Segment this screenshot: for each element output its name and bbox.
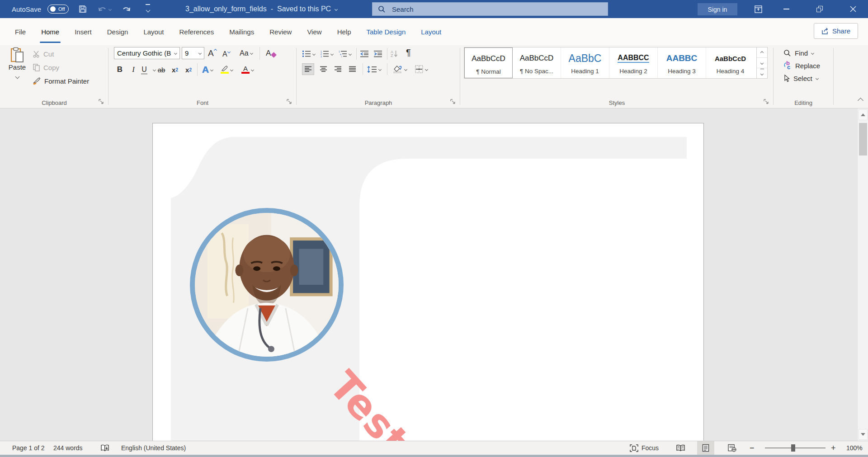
align-right-button[interactable]: [332, 63, 344, 75]
style-normal[interactable]: AaBbCcD ¶ Normal: [464, 47, 513, 78]
page-indicator[interactable]: Page 1 of 2: [12, 441, 45, 455]
grow-font-button[interactable]: A: [208, 47, 217, 59]
bullet-list-dropdown[interactable]: [313, 48, 315, 60]
vertical-scrollbar[interactable]: [857, 108, 868, 441]
paste-button[interactable]: Paste: [5, 47, 29, 97]
minimize-button[interactable]: [776, 0, 797, 18]
tab-review[interactable]: Review: [262, 18, 299, 45]
text-effects-button[interactable]: A: [202, 63, 213, 76]
format-painter-button[interactable]: Format Painter: [33, 75, 89, 87]
cut-button[interactable]: Cut: [33, 48, 54, 60]
styles-dialog-launcher[interactable]: [764, 99, 770, 106]
tab-design[interactable]: Design: [99, 18, 136, 45]
search-input[interactable]: [392, 5, 582, 13]
style-heading-2[interactable]: AABBCC Heading 2: [609, 47, 658, 78]
profile-photo[interactable]: [190, 208, 344, 362]
tab-layout[interactable]: Layout: [136, 18, 171, 45]
bullet-list-button[interactable]: [302, 48, 311, 60]
sign-in-button[interactable]: Sign in: [698, 3, 737, 15]
tab-home[interactable]: Home: [33, 18, 67, 45]
zoom-slider-thumb[interactable]: [791, 444, 795, 452]
bold-button[interactable]: B: [114, 63, 126, 76]
document-page[interactable]: Test: [152, 123, 704, 441]
tab-references[interactable]: References: [171, 18, 222, 45]
align-left-button[interactable]: [302, 63, 314, 75]
select-button[interactable]: Select: [783, 72, 818, 84]
multilevel-list-button[interactable]: 1 a i: [338, 48, 347, 60]
tab-mailings[interactable]: Mailings: [222, 18, 262, 45]
read-mode-button[interactable]: [672, 441, 689, 455]
tab-insert[interactable]: Insert: [67, 18, 99, 45]
tab-table-design[interactable]: Table Design: [359, 18, 414, 45]
line-spacing-button[interactable]: [367, 63, 381, 75]
find-button[interactable]: Find: [783, 47, 814, 59]
shrink-font-button[interactable]: A: [222, 48, 230, 60]
paragraph-dialog-launcher[interactable]: [450, 99, 457, 106]
sort-button[interactable]: AZ: [391, 48, 398, 60]
redo-button[interactable]: [118, 2, 134, 16]
zoom-out-button[interactable]: −: [750, 441, 755, 455]
decrease-indent-button[interactable]: [360, 48, 369, 60]
shrink-font-caret-icon: [227, 50, 231, 53]
styles-more-button[interactable]: [757, 68, 767, 78]
proofing-status-button[interactable]: [100, 441, 110, 455]
scrollbar-thumb[interactable]: [859, 123, 867, 155]
replace-button[interactable]: b c Replace: [783, 60, 820, 71]
borders-button[interactable]: [415, 63, 428, 75]
tab-table-layout[interactable]: Layout: [413, 18, 449, 45]
language-indicator[interactable]: English (United States): [121, 441, 186, 455]
search-bar[interactable]: [372, 2, 608, 16]
word-count[interactable]: 244 words: [53, 441, 83, 455]
close-button[interactable]: [843, 0, 863, 18]
copy-button[interactable]: Copy: [33, 61, 59, 73]
document-title[interactable]: 3_allow_only_form_fields - Saved to this…: [185, 0, 337, 18]
numbered-list-button[interactable]: 1 2 3: [320, 48, 329, 60]
align-center-button[interactable]: [317, 63, 330, 75]
customize-quick-access-button[interactable]: [140, 2, 156, 16]
multilevel-list-dropdown[interactable]: [349, 48, 351, 60]
save-button[interactable]: [75, 2, 90, 16]
increase-indent-button[interactable]: [373, 48, 382, 60]
scroll-up-icon: [861, 113, 865, 116]
superscript-button[interactable]: x2: [183, 63, 194, 76]
clipboard-dialog-launcher[interactable]: [99, 99, 105, 106]
clear-formatting-button[interactable]: A: [266, 47, 276, 59]
tab-help[interactable]: Help: [330, 18, 359, 45]
change-case-button[interactable]: Aa: [240, 47, 253, 59]
numbered-list-dropdown[interactable]: [331, 48, 333, 60]
font-dialog-launcher[interactable]: [287, 99, 293, 106]
zoom-slider-track[interactable]: [765, 448, 826, 448]
justify-button[interactable]: [346, 63, 359, 75]
tab-file[interactable]: File: [7, 18, 33, 45]
collapse-ribbon-button[interactable]: [859, 96, 863, 104]
styles-scroll-up-button[interactable]: [757, 47, 767, 57]
web-layout-button[interactable]: [723, 441, 741, 455]
undo-button[interactable]: [97, 2, 112, 16]
style-heading-4[interactable]: AaBbCcD Heading 4: [706, 47, 755, 78]
highlight-button[interactable]: [221, 63, 233, 76]
style-no-spacing[interactable]: AaBbCcD ¶ No Spac...: [513, 47, 561, 78]
print-layout-button[interactable]: [697, 441, 714, 455]
styles-scroll-down-button[interactable]: [757, 57, 767, 68]
strikethrough-button[interactable]: ab: [156, 63, 167, 76]
font-size-combo[interactable]: 9: [182, 47, 204, 59]
restore-button[interactable]: [809, 0, 830, 18]
focus-button[interactable]: Focus: [630, 441, 659, 455]
style-heading-1[interactable]: AaBbC Heading 1: [561, 47, 609, 78]
share-button[interactable]: Share: [814, 23, 858, 39]
ribbon-display-options-button[interactable]: [748, 0, 769, 18]
italic-button[interactable]: I: [127, 63, 139, 76]
scroll-up-button[interactable]: [859, 109, 868, 120]
show-hide-marks-button[interactable]: ¶: [406, 47, 411, 58]
document-canvas[interactable]: Test: [0, 108, 868, 441]
zoom-level[interactable]: 100%: [846, 441, 863, 455]
subscript-button[interactable]: x2: [169, 63, 181, 76]
font-name-combo[interactable]: Century Gothic (B: [114, 47, 180, 59]
zoom-in-button[interactable]: +: [831, 441, 836, 455]
autosave-toggle[interactable]: Off: [47, 5, 69, 14]
shading-button[interactable]: [392, 63, 407, 75]
font-color-button[interactable]: A: [241, 63, 254, 76]
scroll-down-button[interactable]: [859, 429, 868, 440]
tab-view[interactable]: View: [299, 18, 329, 45]
style-heading-3[interactable]: AABBC Heading 3: [658, 47, 706, 78]
